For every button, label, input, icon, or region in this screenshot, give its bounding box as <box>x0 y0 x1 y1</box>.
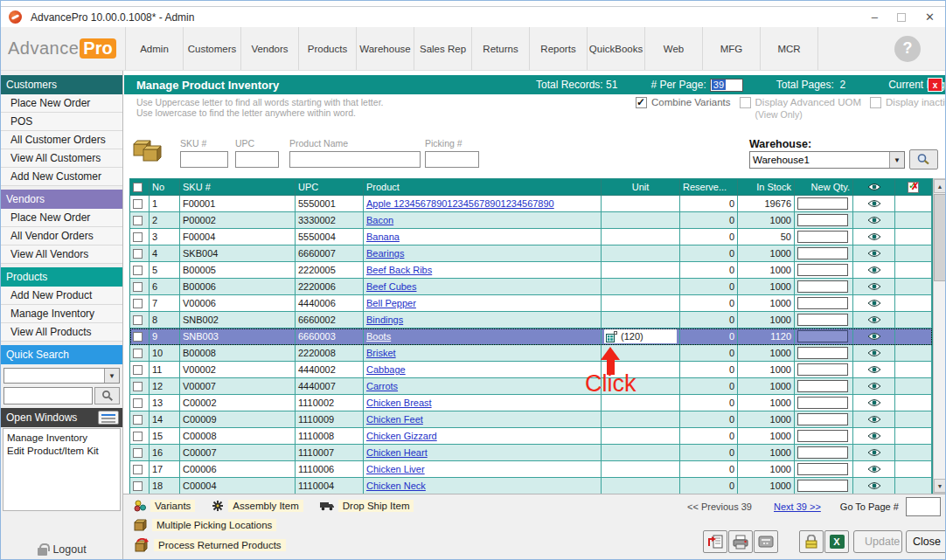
product-link[interactable]: Chicken Gizzard <box>366 431 437 441</box>
table-row[interactable]: 5 B00005 2220005 Beef Back Ribs 0 1000 <box>130 262 932 279</box>
view-eye-icon[interactable] <box>853 362 895 378</box>
upc-search-input[interactable] <box>235 151 279 168</box>
row-checkbox[interactable] <box>133 382 143 391</box>
variant-grid-icon[interactable] <box>606 331 617 342</box>
view-eye-icon[interactable] <box>853 395 895 411</box>
update-button[interactable]: Update <box>853 530 902 553</box>
sidebar-item-place-new-order[interactable]: Place New Order <box>1 209 122 227</box>
table-row[interactable]: 1 F00001 5550001 Apple 12345678901234567… <box>130 196 932 212</box>
new-qty-input[interactable] <box>797 314 848 326</box>
table-row[interactable]: 17 C00006 1110006 Chicken Liver 0 1000 <box>130 461 932 478</box>
row-checkbox[interactable] <box>133 448 143 458</box>
view-eye-icon[interactable] <box>853 461 895 478</box>
new-qty-input[interactable] <box>797 330 848 342</box>
nav-item-vendors[interactable]: Vendors <box>241 27 299 70</box>
label-printer-button[interactable] <box>754 530 778 553</box>
product-link[interactable]: Apple 123456789012345678901234567890 <box>366 198 554 209</box>
chevron-down-icon[interactable]: ▼ <box>889 152 904 168</box>
nav-item-returns[interactable]: Returns <box>472 27 530 70</box>
table-row[interactable]: 16 C00007 1110007 Chicken Heart 0 1000 <box>130 445 932 461</box>
product-link[interactable]: Chicken Feet <box>366 414 423 425</box>
minimize-button[interactable]: – <box>872 11 878 23</box>
goto-page-input[interactable] <box>906 497 941 516</box>
table-row[interactable]: 4 SKB004 6660007 Bearings 0 1000 <box>130 245 932 262</box>
open-window-item[interactable]: Edit Product/Item Kit <box>7 445 116 458</box>
close-window-button[interactable]: Close <box>906 530 946 553</box>
product-link[interactable]: Beef Cubes <box>366 281 416 292</box>
option-display-advanced-uom[interactable]: Display Advanced UOM(View Only) <box>740 97 861 108</box>
table-row[interactable]: 6 B00006 2220006 Beef Cubes 0 1000 <box>130 279 932 295</box>
view-eye-icon[interactable] <box>853 295 895 312</box>
row-checkbox[interactable] <box>133 199 143 209</box>
row-checkbox[interactable] <box>133 282 143 292</box>
new-qty-input[interactable] <box>797 280 848 293</box>
transfer-report-button[interactable] <box>703 530 727 553</box>
scrollbar-thumb[interactable] <box>934 194 946 281</box>
close-button[interactable]: ✕ <box>925 11 935 23</box>
table-row[interactable]: 12 V00007 4440007 Carrots 0 1000 <box>130 378 932 395</box>
product-name-search-input[interactable] <box>289 151 421 168</box>
nav-item-reports[interactable]: Reports <box>530 27 588 70</box>
new-qty-input[interactable] <box>797 463 848 475</box>
table-row[interactable]: 14 C00009 1110009 Chicken Feet 0 1000 <box>130 411 932 428</box>
view-eye-icon[interactable] <box>853 229 895 245</box>
previous-page-link[interactable]: << Previous 39 <box>687 501 752 512</box>
quick-search-dropdown[interactable]: ▼ <box>3 368 120 384</box>
new-qty-input[interactable] <box>797 297 848 309</box>
checkbox-display-advanced-uom[interactable] <box>740 97 751 108</box>
picking-search-input[interactable] <box>425 151 479 168</box>
new-qty-input[interactable] <box>797 363 848 376</box>
view-eye-icon[interactable] <box>853 212 895 229</box>
product-link[interactable]: Beef Back Ribs <box>366 265 432 275</box>
view-eye-icon[interactable] <box>853 262 895 279</box>
view-eye-icon[interactable] <box>853 279 895 295</box>
new-qty-input[interactable] <box>797 446 848 459</box>
new-qty-input[interactable] <box>797 264 848 276</box>
nav-item-products[interactable]: Products <box>299 27 357 70</box>
nav-item-sales-rep[interactable]: Sales Rep <box>414 27 472 70</box>
product-link[interactable]: Cabbage <box>366 364 406 375</box>
export-excel-button[interactable]: X <box>824 530 849 553</box>
view-eye-icon[interactable] <box>853 428 895 445</box>
checkbox-combine-variants[interactable] <box>636 97 647 108</box>
nav-item-mcr[interactable]: MCR <box>761 27 818 70</box>
nav-item-admin[interactable]: Admin <box>126 27 184 70</box>
window-list-icon[interactable] <box>98 411 119 425</box>
table-row[interactable]: 9 SNB003 6660003 Boots (120) 0 1120 <box>130 328 932 345</box>
row-checkbox[interactable] <box>133 415 143 425</box>
nav-item-warehouse[interactable]: Warehouse <box>357 27 414 70</box>
table-row[interactable]: 2 P00002 3330002 Bacon 0 1000 <box>130 212 932 229</box>
checkbox-display-inactive[interactable] <box>870 97 881 108</box>
view-eye-icon[interactable] <box>853 245 895 262</box>
table-scrollbar[interactable]: ▲ ▼ <box>933 178 946 494</box>
help-icon[interactable]: ? <box>894 36 921 62</box>
print-button[interactable] <box>728 530 753 553</box>
product-link[interactable]: Chicken Heart <box>366 447 428 458</box>
product-link[interactable]: Bell Pepper <box>366 298 416 308</box>
table-row[interactable]: 10 B00008 2220008 Brisket 0 1000 <box>130 345 932 362</box>
product-link[interactable]: Chicken Neck <box>366 480 426 491</box>
view-eye-icon[interactable] <box>853 345 895 362</box>
row-checkbox[interactable] <box>133 315 143 325</box>
nav-item-quickbooks[interactable]: QuickBooks <box>588 27 645 70</box>
row-checkbox[interactable] <box>133 332 143 342</box>
sidebar-item-view-all-products[interactable]: View All Products <box>1 323 122 342</box>
new-qty-input[interactable] <box>797 214 848 226</box>
sidebar-item-place-new-order[interactable]: Place New Order <box>1 94 122 113</box>
scroll-down-icon[interactable]: ▼ <box>934 479 946 493</box>
table-row[interactable]: 13 C00002 1110002 Chicken Breast 0 1000 <box>130 395 932 411</box>
new-qty-input[interactable] <box>797 247 848 259</box>
sidebar-item-add-new-customer[interactable]: Add New Customer <box>1 168 122 186</box>
product-link[interactable]: Boots <box>366 331 391 342</box>
product-link[interactable]: Chicken Liver <box>366 464 425 474</box>
close-panel-button[interactable]: x <box>928 78 943 92</box>
row-checkbox[interactable] <box>133 232 143 242</box>
new-qty-input[interactable] <box>797 397 848 409</box>
table-row[interactable]: 15 C00008 1110008 Chicken Gizzard 0 1000 <box>130 428 932 445</box>
new-qty-input[interactable] <box>797 430 848 442</box>
lock-prices-button[interactable] <box>799 530 824 553</box>
unit-badge[interactable]: (120) <box>604 329 677 343</box>
nav-item-web[interactable]: Web <box>645 27 703 70</box>
new-qty-input[interactable] <box>797 197 848 210</box>
view-eye-icon[interactable] <box>853 378 895 395</box>
